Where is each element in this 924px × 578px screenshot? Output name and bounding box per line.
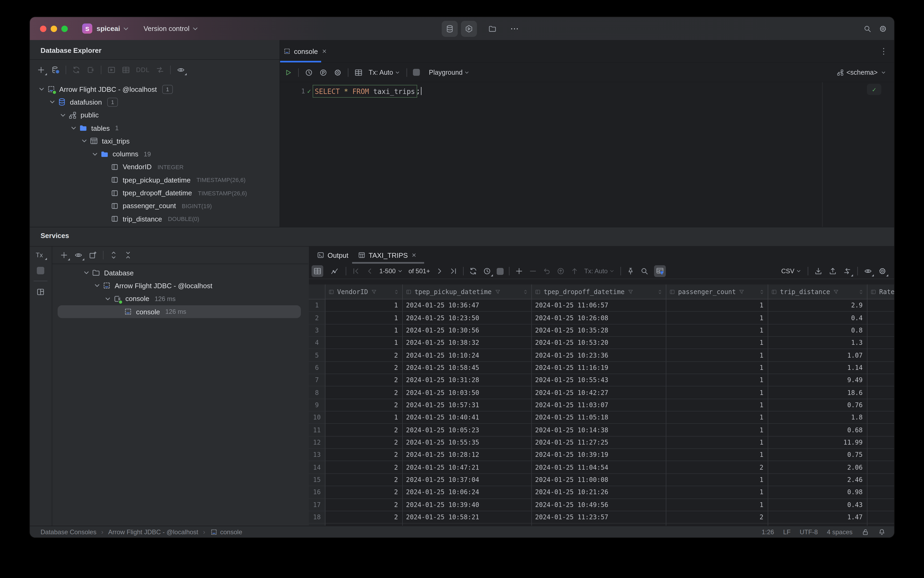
grid-cell[interactable]: 2024-01-25 10:37:04 [403, 474, 532, 487]
grid-cell[interactable]: 1 [666, 349, 768, 362]
grid-cell[interactable]: 2024-01-25 10:58:21 [403, 511, 532, 524]
sort-icon[interactable] [858, 289, 864, 295]
file-encoding[interactable]: UTF-8 [800, 528, 818, 536]
column-header[interactable]: passenger_count [666, 284, 768, 299]
grid-cell[interactable]: 2 [326, 499, 403, 511]
gear-icon[interactable] [334, 68, 342, 76]
grid-cell[interactable]: 2024-01-25 10:39:40 [403, 499, 532, 511]
grid-cell[interactable]: 1 [666, 424, 768, 437]
chevron-down-icon[interactable] [48, 98, 57, 107]
auto-refresh-button[interactable] [483, 267, 491, 275]
grid-cell[interactable] [867, 474, 894, 487]
grid-cell[interactable]: 2024-01-25 11:06:57 [532, 299, 666, 312]
chevron-down-icon[interactable] [59, 111, 67, 119]
line-ending[interactable]: LF [783, 528, 791, 536]
grid-cell[interactable]: 1 [666, 386, 768, 399]
grid-cell[interactable]: 2024-01-25 11:03:07 [532, 399, 666, 412]
grid-cell[interactable]: 2024-01-25 10:23:50 [403, 312, 532, 325]
indent-setting[interactable]: 4 spaces [827, 528, 853, 536]
row-number-cell[interactable]: 8 [309, 386, 326, 399]
ddl-button[interactable]: DDL [136, 66, 150, 73]
version-control-menu[interactable]: Version control [144, 24, 190, 32]
grid-cell[interactable]: 1.8 [768, 411, 867, 424]
tree-item-table[interactable]: taxi_trips [30, 135, 280, 148]
search-icon[interactable] [640, 267, 649, 275]
row-number-cell[interactable]: 7 [309, 374, 326, 386]
tree-item-column[interactable]: passenger_count BIGINT(19) [30, 199, 280, 213]
grid-cell[interactable]: 2024-01-25 10:38:32 [403, 337, 532, 349]
grid-cell[interactable]: 2024-01-25 11:04:54 [532, 461, 666, 474]
sort-icon[interactable] [522, 289, 529, 295]
run-icon[interactable] [284, 68, 292, 76]
row-number-cell[interactable]: 5 [309, 349, 326, 362]
grid-cell[interactable] [867, 312, 894, 325]
refresh-icon[interactable] [72, 65, 81, 74]
sort-icon[interactable] [393, 289, 400, 295]
grid-cell[interactable]: 1 [326, 312, 403, 325]
tree-item-datasource[interactable]: Arrow Flight JDBC - @localhost 1 [30, 83, 280, 96]
tab-taxi-trips[interactable]: TAXI_TRIPS [353, 247, 422, 264]
grid-cell[interactable]: 18.6 [768, 386, 867, 399]
grid-cell[interactable] [867, 299, 894, 312]
filter-funnel-icon[interactable] [371, 289, 377, 295]
close-icon[interactable] [321, 48, 327, 54]
table-row[interactable]: 1422024-01-25 10:47:212024-01-25 11:04:5… [309, 461, 894, 474]
grid-cell[interactable]: 2 [326, 374, 403, 386]
view-options-button[interactable] [74, 251, 83, 260]
table-row[interactable]: 1722024-01-25 10:39:402024-01-25 10:49:5… [309, 499, 894, 511]
chart-view-button[interactable] [329, 265, 340, 277]
open-in-new-tab-icon[interactable] [89, 251, 97, 260]
grid-cell[interactable] [867, 499, 894, 511]
grid-cell[interactable]: 1 [666, 486, 768, 499]
table-row[interactable]: 522024-01-25 10:10:242024-01-25 10:23:36… [309, 349, 894, 362]
breadcrumb-item[interactable]: console [220, 528, 242, 536]
grid-view-button[interactable] [311, 265, 323, 277]
chevron-down-icon[interactable] [80, 137, 89, 145]
row-number-cell[interactable]: 9 [309, 399, 326, 412]
row-number-cell[interactable]: 11 [309, 424, 326, 437]
grid-cell[interactable]: 2024-01-25 10:40:41 [403, 411, 532, 424]
pin-tab-icon[interactable] [626, 267, 635, 275]
grid-cell[interactable]: 2 [326, 349, 403, 362]
grid-cell[interactable]: 1 [326, 299, 403, 312]
search-everywhere-icon[interactable] [863, 24, 872, 33]
row-number-cell[interactable]: 14 [309, 461, 326, 474]
row-number-cell[interactable]: 10 [309, 411, 326, 424]
row-number-cell[interactable]: 16 [309, 486, 326, 499]
grid-cell[interactable] [867, 324, 894, 337]
grid-cell[interactable]: 2024-01-25 10:49:56 [532, 499, 666, 511]
row-number-cell[interactable]: 4 [309, 337, 326, 349]
close-window-button[interactable] [40, 25, 46, 32]
tree-item-database[interactable]: datafusion 1 [30, 96, 280, 109]
unlock-icon[interactable] [862, 528, 869, 536]
inspections-widget[interactable]: ✓ [867, 84, 881, 95]
sort-icon[interactable] [657, 289, 663, 295]
upload-icon[interactable] [828, 267, 837, 275]
table-row[interactable]: 1822024-01-25 10:58:212024-01-25 11:23:5… [309, 511, 894, 524]
datasource-properties-icon[interactable] [51, 65, 60, 74]
chevron-down-icon[interactable] [69, 124, 78, 132]
row-number-cell[interactable]: 17 [309, 499, 326, 511]
delete-row-icon[interactable] [529, 267, 537, 275]
grid-cell[interactable]: 11.99 [768, 437, 867, 449]
grid-cell[interactable]: 2 [326, 399, 403, 412]
sql-editor[interactable]: 1 ✓ SELECT * FROM taxi_trips ; ✓ [280, 82, 894, 227]
tab-console[interactable]: console [280, 40, 333, 62]
view-data-icon[interactable] [122, 65, 130, 74]
grid-cell[interactable]: 2 [326, 461, 403, 474]
caret-position[interactable]: 1:26 [762, 528, 774, 536]
column-header[interactable]: Rate [867, 284, 894, 299]
grid-cell[interactable]: 2024-01-25 10:57:31 [403, 399, 532, 412]
grid-cell[interactable]: 2.9 [768, 299, 867, 312]
chevron-down-icon[interactable] [104, 294, 112, 303]
grid-cell[interactable]: 2 [326, 386, 403, 399]
download-icon[interactable] [814, 267, 823, 275]
project-avatar[interactable]: S [82, 23, 92, 34]
grid-cell[interactable]: 2024-01-25 10:53:20 [532, 337, 666, 349]
table-row[interactable]: 1122024-01-25 10:05:232024-01-25 10:14:3… [309, 424, 894, 437]
grid-cell[interactable]: 2024-01-25 10:28:12 [403, 449, 532, 461]
row-number-cell[interactable]: 13 [309, 449, 326, 461]
grid-cell[interactable] [867, 399, 894, 412]
filter-funnel-icon[interactable] [739, 289, 745, 295]
grid-cell[interactable] [867, 424, 894, 437]
